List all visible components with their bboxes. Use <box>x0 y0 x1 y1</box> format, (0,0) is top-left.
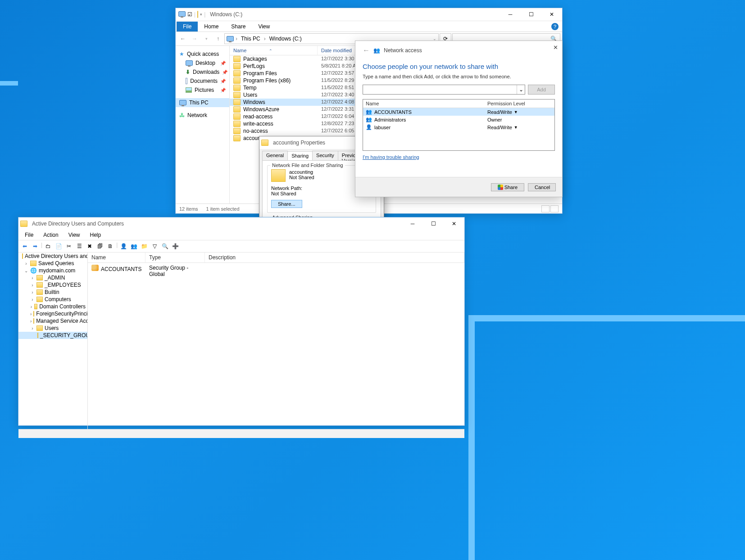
permission-cell[interactable]: Read/Write ▼ <box>485 108 554 116</box>
tab-share[interactable]: Share <box>225 22 252 32</box>
minimize-button[interactable]: ─ <box>500 8 521 21</box>
tree-node[interactable]: ›_EMPLOYEES <box>18 281 87 289</box>
view-details-button[interactable] <box>541 205 550 212</box>
folder-icon <box>233 85 241 91</box>
share-button[interactable]: Share... <box>271 200 302 208</box>
close-button[interactable]: ✕ <box>444 217 464 230</box>
nav-back-button[interactable]: ⬅ <box>20 242 29 251</box>
col-type[interactable]: Type <box>145 253 205 262</box>
minimize-button[interactable]: ─ <box>402 217 423 230</box>
tree-node[interactable]: ›Builtin <box>18 289 87 296</box>
nav-desktop[interactable]: Desktop📌 <box>176 59 229 68</box>
dialog-title: accounting Properties <box>270 140 325 146</box>
tab-view[interactable]: View <box>252 22 276 32</box>
folder-icon <box>34 304 38 309</box>
breadcrumb-thispc[interactable]: This PC <box>239 35 262 43</box>
view-large-icons-button[interactable] <box>550 205 559 212</box>
tree-node[interactable]: ›_ADMIN <box>18 274 87 281</box>
tab-home[interactable]: Home <box>198 22 225 32</box>
add-to-group-button[interactable]: ➕ <box>171 242 180 251</box>
new-ou-button[interactable]: 📁 <box>140 242 149 251</box>
trouble-link[interactable]: I'm having trouble sharing <box>355 151 427 163</box>
filter-button[interactable]: ▽ <box>150 242 159 251</box>
tree-node[interactable]: ›Managed Service Accoun <box>18 317 87 325</box>
new-folder-qat-icon[interactable] <box>197 11 198 18</box>
refresh-button[interactable]: 🗐 <box>95 242 104 251</box>
tab-security[interactable]: Security <box>312 151 338 160</box>
explorer-app-icon <box>178 11 186 18</box>
quick-access-toolbar: ☑ | ▾ | Windows (C:) ─ ☐ ✕ <box>176 8 562 21</box>
menu-view[interactable]: View <box>64 231 85 239</box>
tree-node[interactable]: ›Domain Controllers <box>18 303 87 310</box>
cut-button[interactable]: ✂ <box>64 242 73 251</box>
folder-icon <box>233 70 241 77</box>
col-name[interactable]: Name <box>363 99 485 108</box>
nav-pictures[interactable]: Pictures📌 <box>176 86 229 95</box>
nav-forward-button[interactable]: → <box>189 33 200 44</box>
cancel-button[interactable]: Cancel <box>528 183 556 191</box>
tree-root[interactable]: Active Directory Users and Com <box>18 253 87 260</box>
folder-icon <box>30 261 36 266</box>
nav-back-button[interactable]: ← <box>177 33 188 44</box>
show-hide-tree-button[interactable]: 📄 <box>54 242 63 251</box>
tab-general[interactable]: General <box>262 151 288 160</box>
tree-node[interactable]: ›ForeignSecurityPrincipals <box>18 310 87 317</box>
properties-button[interactable]: ☰ <box>75 242 84 251</box>
folder-icon <box>36 297 43 302</box>
window-title: Windows (C:) <box>207 11 242 18</box>
close-button[interactable]: ✕ <box>541 8 562 21</box>
nav-up-button[interactable]: ↑ <box>213 33 223 44</box>
tree-node[interactable]: _SECURITY_GROUP <box>18 332 87 339</box>
person-name: ACCOUNTANTS <box>374 109 412 115</box>
share-button[interactable]: Share <box>491 183 524 191</box>
list-row[interactable]: ACCOUNTANTSSecurity Group - Global <box>88 263 464 279</box>
nav-recent-button[interactable]: ▾ <box>201 33 212 44</box>
tree-node[interactable]: ›Computers <box>18 296 87 303</box>
person-row[interactable]: 👥ACCOUNTANTSRead/Write ▼ <box>363 108 554 116</box>
tab-sharing[interactable]: Sharing <box>287 151 313 161</box>
folder-icon <box>36 275 43 280</box>
menu-file[interactable]: File <box>20 231 38 239</box>
find-button[interactable]: 🔍 <box>160 242 169 251</box>
tree-node[interactable]: ›Users <box>18 325 87 332</box>
user-icon: 👤 <box>366 124 372 130</box>
nav-network[interactable]: 🖧Network <box>176 111 229 120</box>
qat-dropdown-icon[interactable]: ▾ <box>200 12 202 17</box>
nav-documents[interactable]: Documents📌 <box>176 77 229 86</box>
combo-dropdown-icon[interactable]: ⌄ <box>517 85 525 94</box>
tab-file[interactable]: File <box>177 22 198 32</box>
name-combo[interactable]: ⌄ <box>363 85 525 95</box>
nav-forward-button[interactable]: ➡ <box>31 242 40 251</box>
name-input[interactable] <box>363 85 517 94</box>
up-level-button[interactable]: 🗀 <box>44 242 53 251</box>
person-row[interactable]: 👥AdministratorsOwner <box>363 116 554 123</box>
tree-domain[interactable]: ⌄🌐mydomain.com <box>18 267 87 274</box>
new-user-button[interactable]: 👤 <box>119 242 128 251</box>
navigation-pane: ★Quick access Desktop📌 ⬇Downloads📌 Docum… <box>176 46 230 208</box>
close-button[interactable]: ✕ <box>551 43 559 51</box>
maximize-button[interactable]: ☐ <box>423 217 444 230</box>
help-icon[interactable]: ? <box>551 23 559 30</box>
status-selected-count: 1 item selected <box>206 206 240 212</box>
col-permission[interactable]: Permission Level <box>485 99 554 108</box>
back-button[interactable]: ← <box>363 46 370 54</box>
tree-saved-queries[interactable]: ›Saved Queries <box>18 260 87 267</box>
nav-this-pc[interactable]: This PC <box>176 98 229 107</box>
export-list-button[interactable]: 🗎 <box>106 242 115 251</box>
breadcrumb-drive[interactable]: Windows (C:) <box>268 35 304 43</box>
nav-quick-access[interactable]: ★Quick access <box>176 50 229 59</box>
permission-cell[interactable]: Read/Write ▼ <box>485 123 554 131</box>
col-description[interactable]: Description <box>205 253 464 262</box>
properties-qat-icon[interactable]: ☑ <box>187 11 192 18</box>
col-name[interactable]: Name⌃ <box>230 46 318 55</box>
menu-help[interactable]: Help <box>86 231 106 239</box>
delete-button[interactable]: ✖ <box>85 242 94 251</box>
folder-icon <box>233 77 241 84</box>
new-group-button[interactable]: 👥 <box>129 242 138 251</box>
file-name: read-access <box>243 113 273 120</box>
maximize-button[interactable]: ☐ <box>521 8 541 21</box>
col-name[interactable]: Name <box>88 253 145 262</box>
person-row[interactable]: 👤labuserRead/Write ▼ <box>363 123 554 131</box>
menu-action[interactable]: Action <box>39 231 63 239</box>
nav-downloads[interactable]: ⬇Downloads📌 <box>176 68 229 77</box>
